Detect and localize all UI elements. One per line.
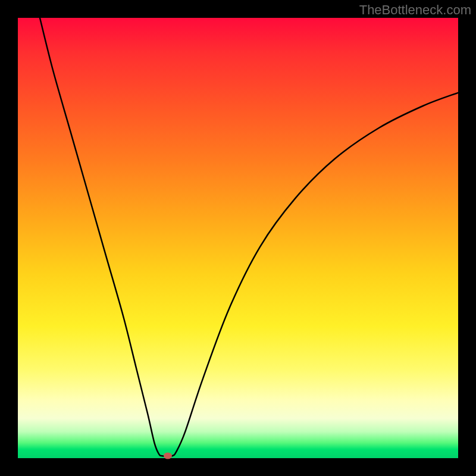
watermark-text: TheBottleneck.com: [359, 2, 471, 18]
chart-frame: TheBottleneck.com: [0, 0, 476, 476]
bottleneck-curve: [18, 18, 458, 458]
plot-area: [18, 18, 458, 458]
optimal-point-marker: [164, 453, 172, 459]
